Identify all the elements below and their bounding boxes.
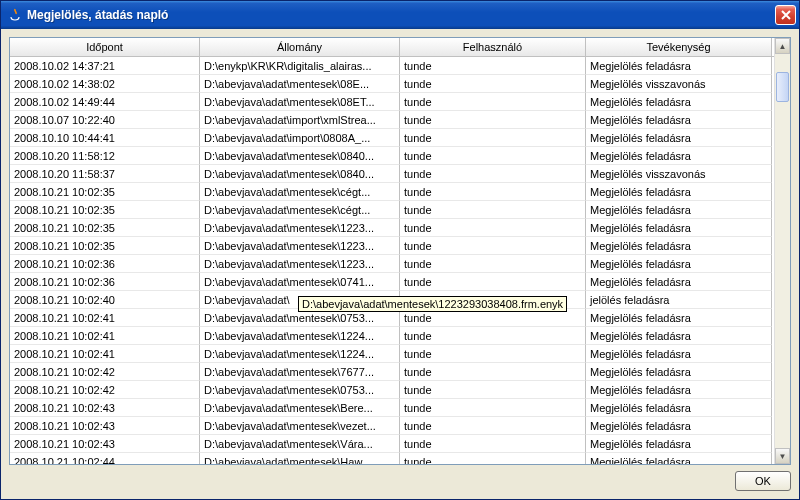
- table-cell: tunde: [400, 345, 586, 363]
- table-cell: D:\abevjava\adat\mentesek\0840...: [200, 147, 400, 165]
- table-cell: Megjelölés feladásra: [586, 255, 772, 273]
- table-cell: 2008.10.21 10:02:41: [10, 327, 200, 345]
- table-cell: tunde: [400, 381, 586, 399]
- table-cell: Megjelölés feladásra: [586, 129, 772, 147]
- table-cell: 2008.10.21 10:02:36: [10, 255, 200, 273]
- log-table: Időpont Állomány Felhasználó Tevékenység…: [9, 37, 791, 465]
- table-cell: Megjelölés feladásra: [586, 309, 772, 327]
- table-cell: Megjelölés feladásra: [586, 327, 772, 345]
- table-cell: Megjelölés visszavonás: [586, 75, 772, 93]
- table-cell: Megjelölés feladásra: [586, 183, 772, 201]
- table-row[interactable]: 2008.10.21 10:02:41D:\abevjava\adat\ment…: [10, 345, 790, 363]
- table-row[interactable]: 2008.10.02 14:37:21D:\enykp\KR\KR\digita…: [10, 57, 790, 75]
- table-cell: 2008.10.21 10:02:42: [10, 381, 200, 399]
- content-area: Időpont Állomány Felhasználó Tevékenység…: [1, 29, 799, 499]
- table-cell: D:\abevjava\adat\mentesek\1223...: [200, 219, 400, 237]
- table-row[interactable]: 2008.10.20 11:58:12D:\abevjava\adat\ment…: [10, 147, 790, 165]
- table-row[interactable]: 2008.10.21 10:02:36D:\abevjava\adat\ment…: [10, 255, 790, 273]
- table-cell: 2008.10.21 10:02:35: [10, 237, 200, 255]
- table-row[interactable]: 2008.10.21 10:02:42D:\abevjava\adat\ment…: [10, 381, 790, 399]
- table-cell: Megjelölés feladásra: [586, 219, 772, 237]
- table-cell: 2008.10.21 10:02:43: [10, 435, 200, 453]
- table-cell: 2008.10.21 10:02:36: [10, 273, 200, 291]
- table-cell: tunde: [400, 93, 586, 111]
- table-cell: jelölés feladásra: [586, 291, 772, 309]
- ok-button[interactable]: OK: [735, 471, 791, 491]
- table-cell: D:\abevjava\adat\mentesek\Bere...: [200, 399, 400, 417]
- table-cell: Megjelölés feladásra: [586, 381, 772, 399]
- dialog-window: Megjelölés, átadás napló Időpont Állomán…: [0, 0, 800, 500]
- column-header-activity[interactable]: Tevékenység: [586, 38, 772, 56]
- table-cell: Megjelölés feladásra: [586, 93, 772, 111]
- table-cell: 2008.10.21 10:02:35: [10, 201, 200, 219]
- table-cell: 2008.10.21 10:02:44: [10, 453, 200, 464]
- table-cell: Megjelölés feladásra: [586, 435, 772, 453]
- table-cell: D:\abevjava\adat\mentesek\1223...: [200, 237, 400, 255]
- table-row[interactable]: 2008.10.21 10:02:35D:\abevjava\adat\ment…: [10, 219, 790, 237]
- scroll-down-button[interactable]: ▼: [775, 448, 790, 464]
- table-cell: D:\abevjava\adat\mentesek\cégt...: [200, 183, 400, 201]
- table-cell: 2008.10.20 11:58:37: [10, 165, 200, 183]
- table-row[interactable]: 2008.10.21 10:02:35D:\abevjava\adat\ment…: [10, 237, 790, 255]
- table-row[interactable]: 2008.10.21 10:02:36D:\abevjava\adat\ment…: [10, 273, 790, 291]
- table-row[interactable]: 2008.10.21 10:02:43D:\abevjava\adat\ment…: [10, 399, 790, 417]
- table-row[interactable]: 2008.10.07 10:22:40D:\abevjava\adat\impo…: [10, 111, 790, 129]
- table-cell: D:\abevjava\adat\mentesek\0753...: [200, 381, 400, 399]
- table-cell: 2008.10.02 14:38:02: [10, 75, 200, 93]
- table-cell: D:\enykp\KR\KR\digitalis_alairas...: [200, 57, 400, 75]
- table-cell: Megjelölés feladásra: [586, 345, 772, 363]
- scroll-track[interactable]: [775, 54, 790, 448]
- table-row[interactable]: 2008.10.10 10:44:41D:\abevjava\adat\impo…: [10, 129, 790, 147]
- table-row[interactable]: 2008.10.20 11:58:37D:\abevjava\adat\ment…: [10, 165, 790, 183]
- table-cell: 2008.10.07 10:22:40: [10, 111, 200, 129]
- vertical-scrollbar[interactable]: ▲ ▼: [774, 38, 790, 464]
- table-cell: tunde: [400, 327, 586, 345]
- column-header-file[interactable]: Állomány: [200, 38, 400, 56]
- table-row[interactable]: 2008.10.02 14:38:02D:\abevjava\adat\ment…: [10, 75, 790, 93]
- table-row[interactable]: 2008.10.02 14:49:44D:\abevjava\adat\ment…: [10, 93, 790, 111]
- table-cell: tunde: [400, 453, 586, 464]
- column-header-time[interactable]: Időpont: [10, 38, 200, 56]
- table-row[interactable]: 2008.10.21 10:02:35D:\abevjava\adat\ment…: [10, 201, 790, 219]
- table-row[interactable]: 2008.10.21 10:02:43D:\abevjava\adat\ment…: [10, 417, 790, 435]
- table-cell: Megjelölés feladásra: [586, 453, 772, 464]
- table-cell: tunde: [400, 183, 586, 201]
- titlebar[interactable]: Megjelölés, átadás napló: [1, 1, 799, 29]
- table-row[interactable]: 2008.10.21 10:02:41D:\abevjava\adat\ment…: [10, 327, 790, 345]
- table-cell: tunde: [400, 147, 586, 165]
- table-cell: tunde: [400, 75, 586, 93]
- table-row[interactable]: 2008.10.21 10:02:42D:\abevjava\adat\ment…: [10, 363, 790, 381]
- table-cell: tunde: [400, 57, 586, 75]
- table-body: 2008.10.02 14:37:21D:\enykp\KR\KR\digita…: [10, 57, 790, 464]
- table-cell: Megjelölés feladásra: [586, 57, 772, 75]
- table-header: Időpont Állomány Felhasználó Tevékenység: [10, 38, 790, 57]
- scroll-thumb[interactable]: [776, 72, 789, 102]
- table-cell: D:\abevjava\adat\mentesek\7677...: [200, 363, 400, 381]
- table-cell: tunde: [400, 417, 586, 435]
- table-cell: 2008.10.21 10:02:43: [10, 399, 200, 417]
- table-cell: tunde: [400, 129, 586, 147]
- table-cell: 2008.10.21 10:02:42: [10, 363, 200, 381]
- table-cell: 2008.10.02 14:37:21: [10, 57, 200, 75]
- table-cell: tunde: [400, 363, 586, 381]
- scroll-up-button[interactable]: ▲: [775, 38, 790, 54]
- table-row[interactable]: 2008.10.21 10:02:43D:\abevjava\adat\ment…: [10, 435, 790, 453]
- table-cell: Megjelölés feladásra: [586, 237, 772, 255]
- table-cell: D:\abevjava\adat\mentesek\Haw...: [200, 453, 400, 464]
- table-cell: Megjelölés feladásra: [586, 273, 772, 291]
- table-row[interactable]: 2008.10.21 10:02:44D:\abevjava\adat\ment…: [10, 453, 790, 464]
- table-cell: Megjelölés feladásra: [586, 399, 772, 417]
- close-button[interactable]: [775, 5, 796, 25]
- table-cell: D:\abevjava\adat\mentesek\cégt...: [200, 201, 400, 219]
- table-cell: tunde: [400, 399, 586, 417]
- table-row[interactable]: 2008.10.21 10:02:35D:\abevjava\adat\ment…: [10, 183, 790, 201]
- column-header-user[interactable]: Felhasználó: [400, 38, 586, 56]
- table-cell: 2008.10.02 14:49:44: [10, 93, 200, 111]
- table-cell: D:\abevjava\adat\import\xmlStrea...: [200, 111, 400, 129]
- table-cell: tunde: [400, 111, 586, 129]
- close-icon: [781, 10, 791, 20]
- table-cell: tunde: [400, 273, 586, 291]
- table-cell: 2008.10.21 10:02:35: [10, 183, 200, 201]
- table-cell: D:\abevjava\adat\mentesek\1224...: [200, 345, 400, 363]
- table-cell: D:\abevjava\adat\mentesek\0840...: [200, 165, 400, 183]
